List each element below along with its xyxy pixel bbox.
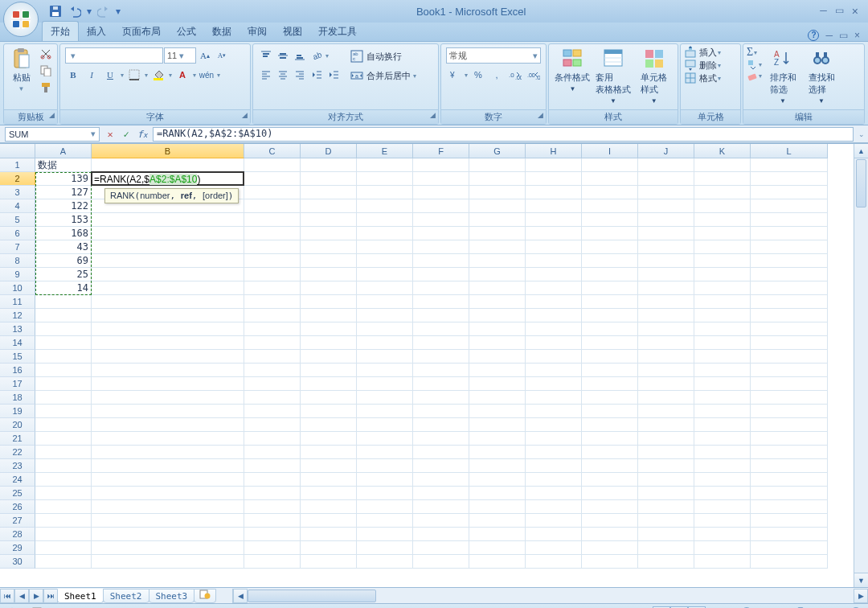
cell-B6[interactable] xyxy=(92,227,244,240)
cell-F28[interactable] xyxy=(413,528,469,541)
cell-I1[interactable] xyxy=(582,158,638,172)
cell-E23[interactable] xyxy=(357,459,413,473)
tab-formulas[interactable]: 公式 xyxy=(169,22,204,41)
cell-F21[interactable] xyxy=(413,432,469,446)
alignment-launcher[interactable]: ◢ xyxy=(430,111,436,119)
cell-L1[interactable] xyxy=(751,158,828,172)
cell-B15[interactable] xyxy=(92,350,244,364)
cell-G10[interactable] xyxy=(469,281,526,295)
cell-G23[interactable] xyxy=(469,459,526,473)
formula-expand[interactable]: ⌄ xyxy=(858,130,865,138)
cell-K11[interactable] xyxy=(694,295,751,309)
cell-F5[interactable] xyxy=(413,213,469,227)
cell-I25[interactable] xyxy=(582,487,638,500)
cell-I16[interactable] xyxy=(582,364,638,377)
row-header-1[interactable]: 1 xyxy=(0,158,35,172)
cell-H19[interactable] xyxy=(526,405,582,418)
column-header-E[interactable]: E xyxy=(357,144,413,158)
cell-G14[interactable] xyxy=(469,336,526,350)
cell-I8[interactable] xyxy=(582,254,638,268)
cell-A25[interactable] xyxy=(35,487,92,500)
cell-L22[interactable] xyxy=(751,446,828,459)
cell-J13[interactable] xyxy=(638,322,694,336)
cell-I23[interactable] xyxy=(582,459,638,473)
cell-A16[interactable] xyxy=(35,364,92,377)
row-header-14[interactable]: 14 xyxy=(0,336,35,350)
qat-customize[interactable]: ▾ xyxy=(114,2,122,20)
cell-K9[interactable] xyxy=(694,268,751,281)
cell-B13[interactable] xyxy=(92,322,244,336)
cell-D30[interactable] xyxy=(301,555,357,569)
cell-L26[interactable] xyxy=(751,500,828,514)
cell-H11[interactable] xyxy=(526,295,582,309)
cell-H22[interactable] xyxy=(526,446,582,459)
cell-H12[interactable] xyxy=(526,309,582,322)
scroll-up-button[interactable]: ▲ xyxy=(854,144,868,158)
cell-C19[interactable] xyxy=(244,405,301,418)
cell-G1[interactable] xyxy=(469,158,526,172)
row-header-30[interactable]: 30 xyxy=(0,555,35,569)
tab-home[interactable]: 开始 xyxy=(42,21,79,41)
cell-D4[interactable] xyxy=(301,199,357,213)
underline-button[interactable]: U xyxy=(102,67,118,83)
cell-K7[interactable] xyxy=(694,240,751,254)
cell-K27[interactable] xyxy=(694,514,751,528)
cell-D10[interactable] xyxy=(301,281,357,295)
cell-J10[interactable] xyxy=(638,281,694,295)
cell-K10[interactable] xyxy=(694,281,751,295)
cell-H13[interactable] xyxy=(526,322,582,336)
cell-K20[interactable] xyxy=(694,418,751,432)
cell-E20[interactable] xyxy=(357,418,413,432)
cell-C16[interactable] xyxy=(244,364,301,377)
cell-L12[interactable] xyxy=(751,309,828,322)
cell-J21[interactable] xyxy=(638,432,694,446)
cell-I11[interactable] xyxy=(582,295,638,309)
row-header-2[interactable]: 2 xyxy=(0,172,35,186)
cell-G13[interactable] xyxy=(469,322,526,336)
cell-E11[interactable] xyxy=(357,295,413,309)
cell-H23[interactable] xyxy=(526,459,582,473)
mdi-close[interactable]: × xyxy=(854,30,860,41)
delete-cells-button[interactable]: 删除▾ xyxy=(684,59,721,72)
column-header-G[interactable]: G xyxy=(469,144,526,158)
cell-D8[interactable] xyxy=(301,254,357,268)
horizontal-scrollbar[interactable]: ◀ ▶ xyxy=(232,589,868,603)
new-sheet-button[interactable] xyxy=(194,589,216,603)
cell-C8[interactable] xyxy=(244,254,301,268)
cell-C12[interactable] xyxy=(244,309,301,322)
cell-C11[interactable] xyxy=(244,295,301,309)
cell-J11[interactable] xyxy=(638,295,694,309)
cell-C5[interactable] xyxy=(244,213,301,227)
cell-D2[interactable] xyxy=(301,172,357,186)
cell-K6[interactable] xyxy=(694,227,751,240)
cell-J18[interactable] xyxy=(638,391,694,405)
vertical-scrollbar[interactable]: ▲ ▼ xyxy=(854,144,868,587)
cell-D25[interactable] xyxy=(301,487,357,500)
cell-D27[interactable] xyxy=(301,514,357,528)
row-header-3[interactable]: 3 xyxy=(0,186,35,199)
cell-I5[interactable] xyxy=(582,213,638,227)
cell-F7[interactable] xyxy=(413,240,469,254)
cell-G3[interactable] xyxy=(469,186,526,199)
cell-I12[interactable] xyxy=(582,309,638,322)
cell-E17[interactable] xyxy=(357,377,413,391)
fill-button[interactable]: ▾ xyxy=(747,59,762,70)
fill-color-button[interactable] xyxy=(150,67,166,83)
cell-A30[interactable] xyxy=(35,555,92,569)
cell-G20[interactable] xyxy=(469,418,526,432)
shrink-font-button[interactable]: A▾ xyxy=(214,47,230,64)
grow-font-button[interactable]: A▴ xyxy=(197,47,213,64)
cell-E29[interactable] xyxy=(357,541,413,555)
cell-C10[interactable] xyxy=(244,281,301,295)
cell-D20[interactable] xyxy=(301,418,357,432)
cell-L16[interactable] xyxy=(751,364,828,377)
cell-D18[interactable] xyxy=(301,391,357,405)
cell-D7[interactable] xyxy=(301,240,357,254)
cell-A19[interactable] xyxy=(35,405,92,418)
cell-L15[interactable] xyxy=(751,350,828,364)
cell-C18[interactable] xyxy=(244,391,301,405)
cell-I20[interactable] xyxy=(582,418,638,432)
cell-F29[interactable] xyxy=(413,541,469,555)
cell-H5[interactable] xyxy=(526,213,582,227)
cell-A17[interactable] xyxy=(35,377,92,391)
